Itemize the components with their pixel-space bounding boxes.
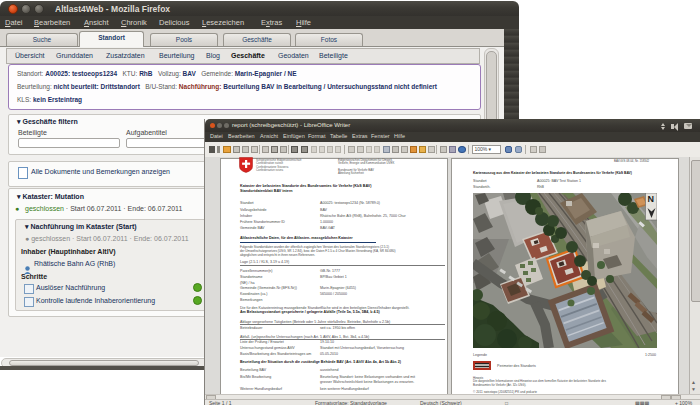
svg-text:N: N [648, 194, 655, 204]
